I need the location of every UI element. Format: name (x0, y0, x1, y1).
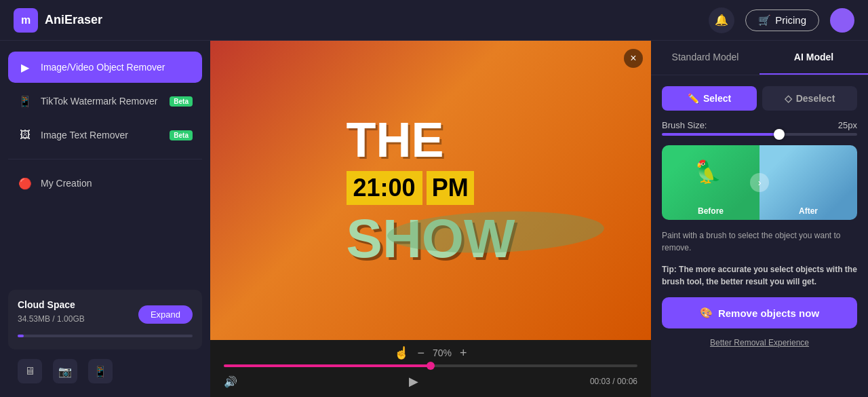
cloud-progress-bar (18, 335, 193, 337)
zoom-minus-icon[interactable]: − (417, 346, 425, 360)
header: m AniEraser 🔔 🛒 Pricing (0, 0, 868, 41)
time-display: 00:03 / 00:06 (590, 377, 637, 386)
pricing-button[interactable]: 🛒 Pricing (745, 10, 819, 31)
show-pm: PM (427, 171, 474, 205)
sidebar-item-label: TikTok Watermark Remover (41, 96, 157, 107)
video-canvas: THE 21:00 PM SHOW (210, 41, 651, 340)
beta-badge-2: Beta (170, 130, 193, 140)
brush-size-row: Brush Size: 25px (662, 120, 857, 130)
avatar[interactable] (830, 8, 854, 33)
brush-slider-thumb (774, 129, 785, 140)
header-right: 🔔 🛒 Pricing (709, 7, 854, 33)
hand-icon[interactable]: ☝ (394, 345, 409, 360)
sidebar-item-text-remover[interactable]: 🖼 Image Text Remover Beta (8, 119, 202, 151)
video-content: THE 21:00 PM SHOW (333, 102, 529, 280)
video-controls: ☝ − 70% + 🔊 ▶ 00:03 / 00:06 (210, 340, 651, 397)
sidebar-item-image-video[interactable]: ▶ Image/Video Object Remover (8, 52, 202, 83)
hint-secondary: Tip: The more accurate you select object… (662, 263, 857, 288)
show-text-the: THE (347, 115, 515, 164)
volume-icon[interactable]: 🔊 (224, 375, 237, 388)
cloud-usage: 34.53MB / 1.00GB (18, 314, 85, 324)
cloud-row: Cloud Space 34.53MB / 1.00GB Expand (18, 299, 193, 329)
timeline-fill (224, 364, 431, 367)
show-text-show: SHOW (347, 212, 515, 266)
cloud-title: Cloud Space (18, 299, 85, 310)
tiktok-icon: 📱 (18, 94, 33, 109)
tip-prefix: Tip: (662, 265, 679, 274)
cloud-space-box: Cloud Space 34.53MB / 1.00GB Expand (8, 290, 202, 349)
select-button[interactable]: ✏️ Select (662, 86, 757, 111)
zoom-row: ☝ − 70% + (224, 345, 637, 360)
sidebar-item-my-creation[interactable]: 🔴 My Creation (8, 168, 202, 199)
time-row: 21:00 PM (347, 168, 515, 208)
zoom-percent: 70% (433, 347, 452, 358)
video-icon: ▶ (18, 60, 33, 75)
before-after-preview: 🦜 Before › After (662, 145, 857, 220)
camera-icon[interactable]: 📷 (53, 359, 77, 383)
right-panel: Standard Model AI Model ✏️ Select ◇ Dese… (651, 41, 868, 397)
brush-size-section: Brush Size: 25px (662, 120, 857, 136)
timeline-track[interactable] (224, 364, 637, 367)
before-half: 🦜 Before (662, 145, 760, 220)
hint-primary: Paint with a brush to select the object … (662, 229, 857, 254)
mobile-icon[interactable]: 📱 (88, 359, 113, 383)
sidebar-item-tiktok[interactable]: 📱 TikTok Watermark Remover Beta (8, 86, 202, 117)
timeline-thumb (427, 362, 435, 370)
desktop-icon[interactable]: 🖥 (18, 359, 42, 383)
text-remover-icon: 🖼 (18, 128, 33, 143)
ba-arrow: › (750, 173, 769, 192)
brush-size-value: 25px (838, 120, 857, 130)
video-close-button[interactable]: × (624, 49, 643, 68)
sidebar: ▶ Image/Video Object Remover 📱 TikTok Wa… (0, 41, 210, 397)
timeline-row (224, 364, 637, 367)
my-creation-icon: 🔴 (18, 176, 33, 191)
tab-ai[interactable]: AI Model (760, 41, 868, 75)
bird-icon: 🦜 (694, 159, 722, 185)
pricing-label: Pricing (775, 14, 806, 26)
sidebar-divider (8, 159, 202, 159)
sidebar-item-label: Image/Video Object Remover (41, 62, 165, 73)
sidebar-spacer (8, 202, 202, 287)
sidebar-item-label: Image Text Remover (41, 130, 128, 140)
model-tabs: Standard Model AI Model (651, 41, 868, 75)
brush-slider-wrap (662, 133, 857, 136)
deselect-button[interactable]: ◇ Deselect (762, 86, 857, 111)
playback-row: 🔊 ▶ 00:03 / 00:06 (224, 371, 637, 392)
brush-slider[interactable] (662, 133, 857, 136)
better-removal-link[interactable]: Better Removal Experience (662, 338, 857, 347)
brush-select-icon: ✏️ (688, 93, 699, 104)
after-label: After (799, 206, 818, 216)
after-half: After (760, 145, 857, 220)
cloud-progress-fill (18, 335, 24, 337)
expand-button[interactable]: Expand (138, 305, 193, 324)
sidebar-item-label: My Creation (41, 178, 92, 189)
beta-badge: Beta (170, 96, 193, 107)
before-label: Before (698, 206, 724, 216)
remove-btn-label: Remove objects now (718, 307, 819, 319)
tab-standard[interactable]: Standard Model (651, 41, 760, 75)
notification-icon: 🔔 (715, 14, 728, 26)
eraser-icon: ◇ (785, 93, 792, 104)
header-left: m AniEraser (14, 8, 102, 33)
video-area: × THE 21:00 PM SHOW ☝ − 70% + (210, 41, 651, 397)
cart-icon: 🛒 (758, 14, 771, 26)
remove-icon: 🎨 (700, 307, 713, 319)
app-name: AniEraser (45, 13, 102, 27)
tool-buttons: ✏️ Select ◇ Deselect (662, 86, 857, 111)
show-time: 21:00 (347, 171, 422, 205)
main: ▶ Image/Video Object Remover 📱 TikTok Wa… (0, 41, 868, 397)
close-icon: × (630, 52, 636, 64)
notification-button[interactable]: 🔔 (709, 7, 734, 33)
panel-content: ✏️ Select ◇ Deselect Brush Size: 25px (651, 75, 868, 397)
zoom-plus-icon[interactable]: + (460, 346, 467, 360)
bottom-icons: 🖥 📷 📱 (8, 352, 202, 386)
play-button[interactable]: ▶ (403, 371, 424, 392)
remove-objects-button[interactable]: 🎨 Remove objects now (662, 297, 857, 328)
brush-size-label: Brush Size: (662, 120, 707, 130)
logo-icon: m (14, 8, 38, 33)
